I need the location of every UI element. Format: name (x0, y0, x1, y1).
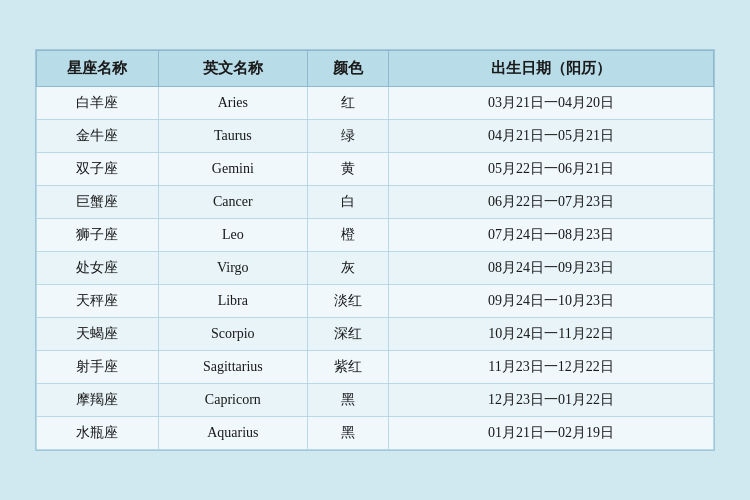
cell-date: 08月24日一09月23日 (389, 252, 714, 285)
cell-date: 06月22日一07月23日 (389, 186, 714, 219)
cell-cn: 天秤座 (37, 285, 159, 318)
cell-date: 01月21日一02月19日 (389, 417, 714, 450)
cell-date: 11月23日一12月22日 (389, 351, 714, 384)
cell-en: Scorpio (158, 318, 307, 351)
cell-en: Leo (158, 219, 307, 252)
table-row: 摩羯座Capricorn黑12月23日一01月22日 (37, 384, 714, 417)
cell-date: 04月21日一05月21日 (389, 120, 714, 153)
cell-color: 黄 (307, 153, 388, 186)
cell-en: Cancer (158, 186, 307, 219)
table-row: 巨蟹座Cancer白06月22日一07月23日 (37, 186, 714, 219)
cell-color: 橙 (307, 219, 388, 252)
cell-cn: 处女座 (37, 252, 159, 285)
cell-en: Sagittarius (158, 351, 307, 384)
table-row: 金牛座Taurus绿04月21日一05月21日 (37, 120, 714, 153)
cell-date: 03月21日一04月20日 (389, 87, 714, 120)
header-cn: 星座名称 (37, 51, 159, 87)
cell-cn: 天蝎座 (37, 318, 159, 351)
cell-en: Virgo (158, 252, 307, 285)
table-row: 狮子座Leo橙07月24日一08月23日 (37, 219, 714, 252)
cell-color: 淡红 (307, 285, 388, 318)
cell-cn: 狮子座 (37, 219, 159, 252)
cell-date: 07月24日一08月23日 (389, 219, 714, 252)
table-header-row: 星座名称 英文名称 颜色 出生日期（阳历） (37, 51, 714, 87)
cell-date: 05月22日一06月21日 (389, 153, 714, 186)
cell-date: 09月24日一10月23日 (389, 285, 714, 318)
cell-date: 12月23日一01月22日 (389, 384, 714, 417)
cell-color: 黑 (307, 417, 388, 450)
cell-cn: 金牛座 (37, 120, 159, 153)
table-row: 射手座Sagittarius紫红11月23日一12月22日 (37, 351, 714, 384)
cell-color: 灰 (307, 252, 388, 285)
cell-color: 白 (307, 186, 388, 219)
cell-color: 深红 (307, 318, 388, 351)
cell-cn: 水瓶座 (37, 417, 159, 450)
cell-cn: 摩羯座 (37, 384, 159, 417)
table-row: 天蝎座Scorpio深红10月24日一11月22日 (37, 318, 714, 351)
table-row: 天秤座Libra淡红09月24日一10月23日 (37, 285, 714, 318)
table-row: 白羊座Aries红03月21日一04月20日 (37, 87, 714, 120)
table-row: 水瓶座Aquarius黑01月21日一02月19日 (37, 417, 714, 450)
cell-color: 紫红 (307, 351, 388, 384)
zodiac-table: 星座名称 英文名称 颜色 出生日期（阳历） 白羊座Aries红03月21日一04… (36, 50, 714, 450)
cell-cn: 巨蟹座 (37, 186, 159, 219)
cell-color: 红 (307, 87, 388, 120)
zodiac-table-container: 星座名称 英文名称 颜色 出生日期（阳历） 白羊座Aries红03月21日一04… (35, 49, 715, 451)
cell-cn: 射手座 (37, 351, 159, 384)
cell-color: 黑 (307, 384, 388, 417)
header-date: 出生日期（阳历） (389, 51, 714, 87)
cell-en: Capricorn (158, 384, 307, 417)
cell-color: 绿 (307, 120, 388, 153)
cell-en: Libra (158, 285, 307, 318)
table-row: 处女座Virgo灰08月24日一09月23日 (37, 252, 714, 285)
table-row: 双子座Gemini黄05月22日一06月21日 (37, 153, 714, 186)
header-en: 英文名称 (158, 51, 307, 87)
cell-en: Aries (158, 87, 307, 120)
cell-en: Aquarius (158, 417, 307, 450)
cell-cn: 双子座 (37, 153, 159, 186)
cell-cn: 白羊座 (37, 87, 159, 120)
cell-en: Gemini (158, 153, 307, 186)
header-color: 颜色 (307, 51, 388, 87)
cell-en: Taurus (158, 120, 307, 153)
cell-date: 10月24日一11月22日 (389, 318, 714, 351)
